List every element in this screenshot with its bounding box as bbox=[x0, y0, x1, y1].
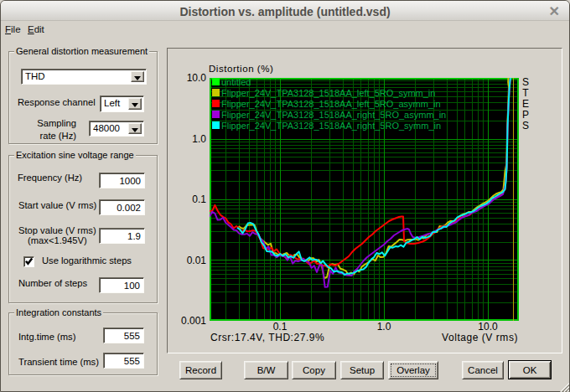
svg-text:0.1: 0.1 bbox=[273, 321, 288, 333]
svg-text:Flipper_24V_TPA3128_1518AA_lef: Flipper_24V_TPA3128_1518AA_left_5RO_asym… bbox=[221, 99, 441, 109]
svg-text:Voltage (V rms): Voltage (V rms) bbox=[442, 332, 518, 343]
svg-text:S: S bbox=[522, 120, 529, 132]
svg-text:T: T bbox=[522, 87, 529, 99]
svg-text:S: S bbox=[522, 76, 529, 88]
svg-text:Crsr:17.4V, THD:27.9%: Crsr:17.4V, THD:27.9% bbox=[210, 332, 324, 343]
svg-text:P: P bbox=[522, 109, 529, 121]
svg-text:Flipper_24V_TPA3128_1518AA_lef: Flipper_24V_TPA3128_1518AA_left_5RO_symm… bbox=[221, 88, 435, 98]
svg-text:1.0: 1.0 bbox=[192, 133, 206, 145]
svg-text:untitled: untitled bbox=[221, 77, 251, 87]
svg-text:0.001: 0.001 bbox=[181, 315, 206, 327]
svg-text:Flipper_24V_TPA3128_1518AA_rig: Flipper_24V_TPA3128_1518AA_right_5RO_sym… bbox=[221, 121, 441, 131]
svg-text:10.0: 10.0 bbox=[478, 321, 498, 333]
svg-text:Distortion (%): Distortion (%) bbox=[209, 64, 273, 74]
svg-text:Flipper_24V_TPA3128_1518AA_rig: Flipper_24V_TPA3128_1518AA_right_5RO_asy… bbox=[221, 110, 446, 120]
svg-text:1.0: 1.0 bbox=[377, 321, 391, 333]
svg-text:0.01: 0.01 bbox=[187, 255, 207, 266]
svg-text:0.1: 0.1 bbox=[192, 193, 206, 205]
svg-text:10.0: 10.0 bbox=[187, 72, 207, 84]
svg-text:E: E bbox=[522, 98, 529, 110]
